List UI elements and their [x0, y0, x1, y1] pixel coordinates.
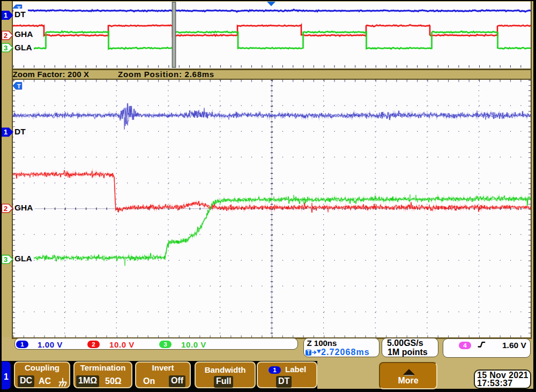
svg-text:2: 2: [4, 205, 8, 213]
svg-text:3: 3: [4, 44, 8, 52]
svg-text:3: 3: [4, 255, 8, 263]
svg-text:T: T: [17, 83, 21, 89]
svg-text:2: 2: [4, 32, 8, 40]
svg-text:1: 1: [4, 11, 8, 19]
svg-text:1: 1: [4, 128, 8, 136]
